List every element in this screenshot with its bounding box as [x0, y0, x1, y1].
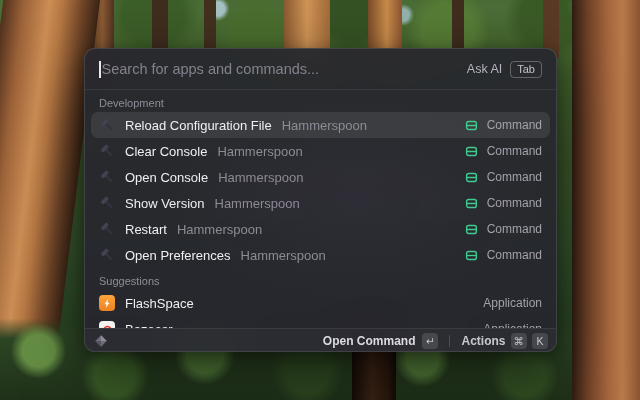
hammerspoon-icon: [99, 247, 115, 263]
item-title: Restart: [125, 222, 167, 237]
list-item-open-preferences[interactable]: Open Preferences Hammerspoon Command: [91, 242, 550, 268]
item-title: Reload Configuration File: [125, 118, 272, 133]
text-caret: [99, 61, 101, 78]
item-type: Command: [487, 170, 542, 184]
item-type: Command: [487, 144, 542, 158]
hammerspoon-icon: [99, 195, 115, 211]
item-title: Show Version: [125, 196, 205, 211]
redwood-trunk-right: [572, 0, 640, 400]
command-icon: [464, 195, 480, 211]
hammerspoon-icon: [99, 169, 115, 185]
list-item-bazecor[interactable]: Bazecor Application: [91, 316, 550, 328]
item-subtitle: Hammerspoon: [215, 196, 300, 211]
ask-ai-label: Ask AI: [467, 62, 502, 76]
open-command-label: Open Command: [323, 334, 416, 348]
item-type: Application: [483, 296, 542, 310]
search-bar: Ask AI Tab: [85, 49, 556, 90]
hammerspoon-icon: [99, 221, 115, 237]
item-subtitle: Hammerspoon: [217, 144, 302, 159]
section-header-suggestions: Suggestions: [91, 268, 550, 290]
raycast-window: Ask AI Tab Development Reload Configurat…: [84, 48, 557, 352]
command-icon: [464, 117, 480, 133]
hammerspoon-icon: [99, 117, 115, 133]
command-icon: [464, 143, 480, 159]
search-input[interactable]: [102, 61, 467, 77]
item-subtitle: Hammerspoon: [218, 170, 303, 185]
item-subtitle: Hammerspoon: [241, 248, 326, 263]
flashspace-app-icon: [99, 295, 115, 311]
diamond-extension-icon: [93, 333, 109, 349]
footer-divider: [449, 335, 450, 347]
list-item-restart[interactable]: Restart Hammerspoon Command: [91, 216, 550, 242]
actions-label: Actions: [461, 334, 505, 348]
ask-ai-button[interactable]: Ask AI Tab: [467, 61, 542, 78]
open-command-button[interactable]: Open Command ↵: [323, 333, 439, 349]
item-title: Open Console: [125, 170, 208, 185]
item-title: FlashSpace: [125, 296, 194, 311]
desktop: Ask AI Tab Development Reload Configurat…: [0, 0, 640, 400]
item-type: Command: [487, 248, 542, 262]
item-title: Clear Console: [125, 144, 207, 159]
item-subtitle: Hammerspoon: [282, 118, 367, 133]
list-item-clear-console[interactable]: Clear Console Hammerspoon Command: [91, 138, 550, 164]
command-icon: [464, 221, 480, 237]
action-bar: Open Command ↵ Actions ⌘ K: [85, 328, 556, 352]
tab-key-badge: Tab: [510, 61, 542, 78]
item-type: Command: [487, 196, 542, 210]
list-item-flashspace[interactable]: FlashSpace Application: [91, 290, 550, 316]
list-item-show-version[interactable]: Show Version Hammerspoon Command: [91, 190, 550, 216]
bazecor-app-icon: [99, 321, 115, 328]
list-item-open-console[interactable]: Open Console Hammerspoon Command: [91, 164, 550, 190]
command-icon: [464, 169, 480, 185]
k-key-badge: K: [532, 333, 548, 349]
actions-button[interactable]: Actions ⌘ K: [461, 333, 548, 349]
return-key-badge: ↵: [422, 333, 438, 349]
hammerspoon-icon: [99, 143, 115, 159]
cmd-key-badge: ⌘: [511, 333, 528, 349]
item-type: Command: [487, 222, 542, 236]
list-item-reload-configuration-file[interactable]: Reload Configuration File Hammerspoon Co…: [91, 112, 550, 138]
results-list: Development Reload Configuration File Ha…: [85, 90, 556, 328]
section-header-development: Development: [91, 90, 550, 112]
item-subtitle: Hammerspoon: [177, 222, 262, 237]
item-title: Open Preferences: [125, 248, 231, 263]
item-type: Command: [487, 118, 542, 132]
command-icon: [464, 247, 480, 263]
